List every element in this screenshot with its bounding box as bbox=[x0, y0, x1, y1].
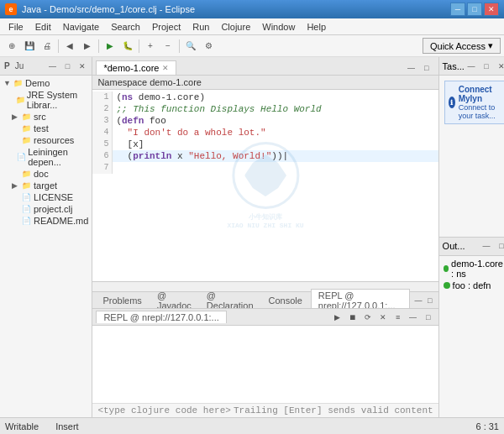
tree-arrow-demo: ▼ bbox=[3, 79, 12, 87]
panel-maximize-button[interactable]: □ bbox=[60, 60, 74, 73]
toolbar-forward-button[interactable]: ▶ bbox=[79, 38, 96, 55]
tasks-panel: Tas... — □ ✕ ℹ Connect Mylyn Connect to … bbox=[439, 57, 504, 238]
repl-tab-label[interactable]: REPL @ nrepl://127.0.0.1:... bbox=[96, 311, 226, 323]
line-content-7 bbox=[113, 162, 116, 174]
menu-run[interactable]: Run bbox=[187, 20, 214, 34]
toolbar-back-button[interactable]: ◀ bbox=[61, 38, 78, 55]
test-folder-icon: 📁 bbox=[20, 123, 32, 133]
line-num-3: 3 bbox=[92, 115, 113, 127]
toolbar-save-button[interactable]: 💾 bbox=[21, 38, 38, 55]
menu-bar: File Edit Navigate Search Project Run Cl… bbox=[0, 18, 504, 35]
line-content-6: (println x "Hello, World!"))| bbox=[113, 150, 288, 162]
tree-item-demo[interactable]: ▼ 📁 Demo bbox=[2, 77, 90, 89]
repl-content[interactable] bbox=[92, 326, 438, 403]
tree-arrow-src: ▶ bbox=[12, 112, 20, 121]
package-explorer-tree[interactable]: ▼ 📁 Demo 📁 JRE System Librar... ▶ 📁 src … bbox=[0, 76, 92, 417]
repl-btn5[interactable]: ≡ bbox=[391, 311, 405, 324]
tree-label-target: target bbox=[34, 180, 57, 191]
code-line-7: 7 bbox=[92, 162, 438, 174]
line-content-3: (defn foo bbox=[113, 115, 165, 127]
maximize-button[interactable]: □ bbox=[467, 3, 482, 16]
repl-maximize[interactable]: □ bbox=[422, 311, 435, 324]
menu-edit[interactable]: Edit bbox=[30, 20, 56, 34]
code-line-6: 6 (println x "Hello, World!"))| bbox=[92, 150, 438, 162]
repl-btn2[interactable]: ⏹ bbox=[346, 311, 360, 324]
editor-tab-label: *demo-1.core bbox=[103, 63, 159, 73]
mylyn-connect-box[interactable]: ℹ Connect Mylyn Connect to your task... bbox=[444, 81, 504, 124]
code-editor[interactable]: 小牛知识库 XIAO NIU ZHI SHI KU 1 (ns demo-1.c… bbox=[92, 90, 438, 281]
eclipse-icon: e bbox=[5, 3, 17, 15]
toolbar-settings-button[interactable]: ⚙ bbox=[200, 38, 217, 55]
target-folder-icon: 📁 bbox=[20, 180, 32, 191]
tasks-close[interactable]: ✕ bbox=[495, 60, 504, 73]
tasks-minimize[interactable]: — bbox=[465, 60, 478, 73]
outline-item-ns[interactable]: demo-1.core : ns bbox=[441, 258, 504, 280]
toolbar-zoom-out-button[interactable]: − bbox=[160, 38, 176, 55]
repl-panel-btn2[interactable]: □ bbox=[425, 294, 435, 307]
tasks-content: ℹ Connect Mylyn Connect to your task... bbox=[439, 76, 504, 237]
toolbar-search-button[interactable]: 🔍 bbox=[182, 38, 199, 55]
menu-help[interactable]: Help bbox=[302, 20, 331, 34]
menu-file[interactable]: File bbox=[3, 20, 29, 34]
minimize-button[interactable]: ─ bbox=[450, 3, 465, 16]
close-button[interactable]: ✕ bbox=[484, 3, 499, 16]
editor-tab-demo-core[interactable]: *demo-1.core ✕ bbox=[96, 60, 176, 75]
line-content-1: (ns demo-1.core) bbox=[113, 92, 205, 103]
src-folder-icon: 📁 bbox=[20, 112, 32, 122]
tab-problems[interactable]: Problems bbox=[96, 295, 148, 306]
menu-navigate[interactable]: Navigate bbox=[58, 20, 104, 34]
repl-panel: REPL @ nrepl://127.0.0.1:... ▶ ⏹ ⟳ ✕ ≡ —… bbox=[92, 308, 438, 417]
tasks-maximize[interactable]: □ bbox=[480, 60, 493, 73]
menu-window[interactable]: Window bbox=[257, 20, 300, 34]
outline-panel: Out... — □ demo-1.core : ns foo : defn bbox=[439, 238, 504, 418]
tree-item-leiningen[interactable]: 📄 Leiningen depen... bbox=[2, 146, 90, 168]
editor-minimize-button[interactable]: — bbox=[405, 61, 418, 75]
repl-btn1[interactable]: ▶ bbox=[331, 311, 344, 324]
editor-maximize-button[interactable]: □ bbox=[420, 61, 433, 75]
tree-item-license[interactable]: 📄 LICENSE bbox=[2, 191, 90, 203]
toolbar-zoom-in-button[interactable]: + bbox=[142, 38, 159, 55]
outline-item-foo[interactable]: foo : defn bbox=[441, 280, 504, 291]
status-insert: Insert bbox=[55, 421, 79, 431]
tree-item-resources[interactable]: 📁 resources bbox=[2, 134, 90, 146]
tree-label-doc: doc bbox=[34, 169, 49, 179]
tree-item-project-clj[interactable]: 📄 project.clj bbox=[2, 203, 90, 215]
repl-input-placeholder[interactable]: <type clojure code here> bbox=[97, 405, 230, 416]
panel-ju-label: Ju bbox=[13, 61, 26, 71]
main-layout: P Ju — □ ✕ ▼ 📁 Demo 📁 JRE System Librar.… bbox=[0, 57, 504, 417]
outline-maximize[interactable]: □ bbox=[495, 239, 504, 253]
license-file-icon: 📄 bbox=[20, 192, 32, 202]
tree-item-jre[interactable]: 📁 JRE System Librar... bbox=[2, 89, 90, 111]
menu-search[interactable]: Search bbox=[106, 20, 145, 34]
tree-arrow-target: ▶ bbox=[12, 181, 20, 190]
outline-dot-ns bbox=[444, 265, 449, 272]
toolbar-run-button[interactable]: ▶ bbox=[102, 38, 118, 55]
outline-minimize[interactable]: — bbox=[480, 239, 493, 253]
repl-panel-btn1[interactable]: — bbox=[413, 294, 423, 307]
quick-access-button[interactable]: Quick Access ▾ bbox=[423, 38, 501, 54]
editor-namespace-header: Namespace demo-1.core bbox=[92, 76, 438, 90]
tab-close-icon[interactable]: ✕ bbox=[162, 64, 169, 72]
toolbar-buttons: ⊕ 💾 🖨 ◀ ▶ ▶ 🐛 + − 🔍 ⚙ bbox=[3, 38, 217, 55]
panel-close-button[interactable]: ✕ bbox=[76, 60, 89, 73]
toolbar-debug-button[interactable]: 🐛 bbox=[119, 38, 136, 55]
tab-console[interactable]: Console bbox=[262, 295, 309, 306]
toolbar-print-button[interactable]: 🖨 bbox=[39, 38, 55, 55]
window-title: Java - Demo/src/demo_1/core.clj - Eclips… bbox=[22, 4, 195, 14]
repl-status-text: Trailing [Enter] sends valid content bbox=[234, 405, 433, 416]
window-controls[interactable]: ─ □ ✕ bbox=[450, 3, 499, 16]
menu-project[interactable]: Project bbox=[147, 20, 186, 34]
toolbar-new-button[interactable]: ⊕ bbox=[3, 38, 20, 55]
watermark-text1: 小牛知识库 bbox=[227, 212, 303, 222]
repl-minimize[interactable]: — bbox=[407, 311, 420, 324]
repl-btn3[interactable]: ⟳ bbox=[361, 311, 375, 324]
panel-minimize-button[interactable]: — bbox=[45, 60, 59, 73]
tree-item-doc[interactable]: 📁 doc bbox=[2, 168, 90, 180]
menu-clojure[interactable]: Clojure bbox=[216, 20, 255, 34]
tree-item-target[interactable]: ▶ 📁 target bbox=[2, 180, 90, 191]
tree-item-src[interactable]: ▶ 📁 src bbox=[2, 111, 90, 123]
tree-item-readme[interactable]: 📄 README.md bbox=[2, 215, 90, 227]
outline-label-foo: foo : defn bbox=[453, 280, 491, 290]
repl-btn4[interactable]: ✕ bbox=[376, 311, 390, 324]
tree-item-test[interactable]: 📁 test bbox=[2, 123, 90, 134]
